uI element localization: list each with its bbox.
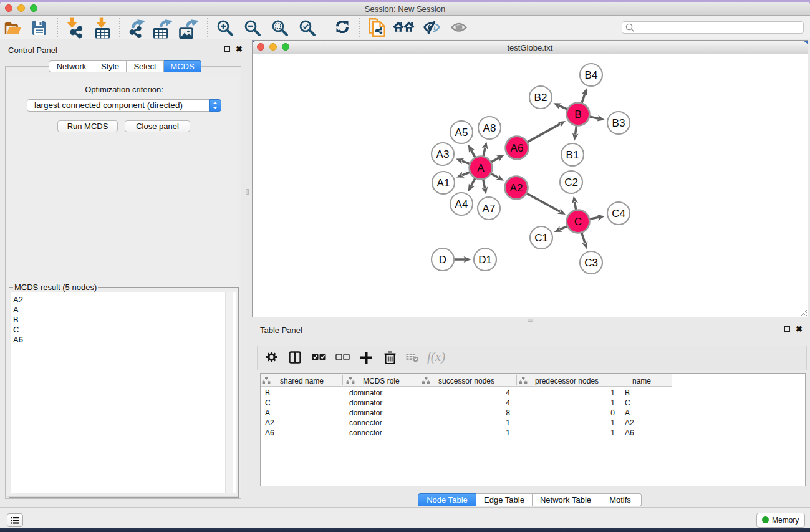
svg-text:D1: D1: [478, 254, 492, 266]
svg-text:A7: A7: [483, 203, 496, 215]
svg-text:B4: B4: [585, 69, 598, 81]
svg-text:A3: A3: [436, 148, 450, 160]
svg-text:A6: A6: [511, 142, 524, 154]
svg-text:B: B: [574, 109, 581, 120]
svg-text:A1: A1: [437, 177, 450, 189]
svg-text:D: D: [439, 254, 446, 266]
svg-text:A8: A8: [483, 122, 496, 134]
svg-text:C3: C3: [584, 257, 598, 269]
svg-text:B3: B3: [612, 117, 625, 129]
svg-text:C2: C2: [564, 177, 578, 188]
svg-text:B2: B2: [534, 92, 547, 104]
svg-text:C1: C1: [534, 232, 548, 244]
svg-text:C4: C4: [612, 208, 625, 220]
svg-text:C: C: [574, 216, 582, 228]
svg-text:A: A: [477, 162, 485, 174]
svg-text:A4: A4: [455, 198, 468, 210]
svg-text:A5: A5: [455, 127, 468, 138]
svg-text:A2: A2: [510, 182, 523, 194]
svg-text:B1: B1: [566, 149, 579, 161]
